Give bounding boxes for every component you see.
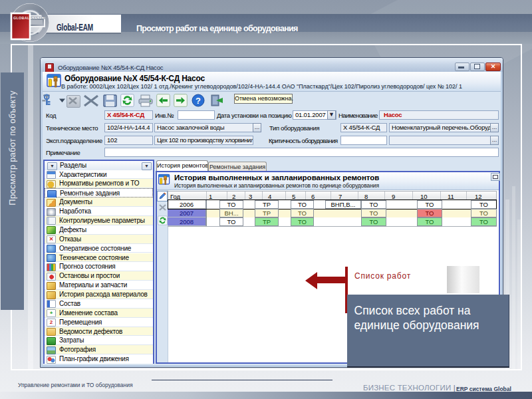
svg-text:?: ?: [196, 96, 201, 106]
svg-text:SYSTEM: SYSTEM: [31, 16, 47, 20]
svg-text:GLOBAL: GLOBAL: [13, 16, 30, 20]
